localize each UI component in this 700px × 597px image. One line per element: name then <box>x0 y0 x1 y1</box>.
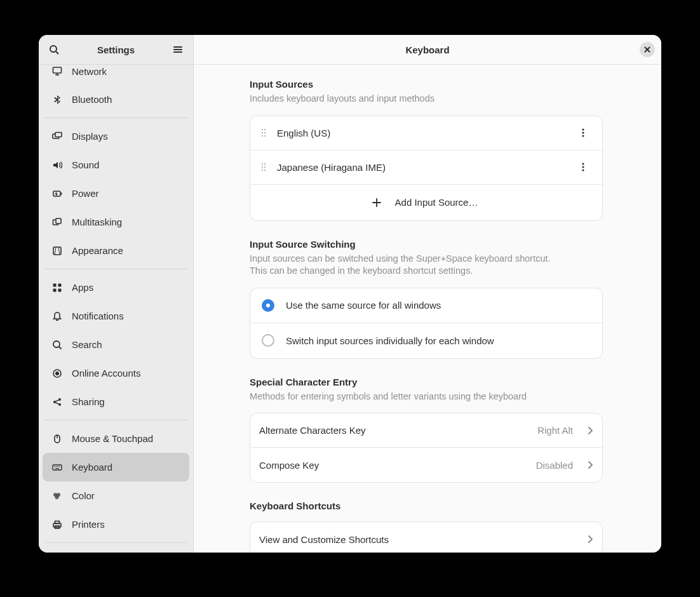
sidebar-item-label: Sharing <box>72 396 105 407</box>
sidebar-separator <box>44 269 188 269</box>
sidebar-item-displays[interactable]: Displays <box>39 122 193 151</box>
radio-button[interactable] <box>262 299 274 312</box>
svg-rect-17 <box>53 288 57 292</box>
section-switching: Input Source Switching Input sources can… <box>250 239 603 359</box>
input-source-row[interactable]: English (US) <box>250 116 602 151</box>
sidebar-item-multitasking[interactable]: Multitasking <box>39 208 193 236</box>
sidebar-header: Settings <box>39 35 193 65</box>
row-menu-button[interactable] <box>575 162 591 172</box>
svg-point-46 <box>262 132 263 133</box>
sidebar-item-bluetooth[interactable]: Bluetooth <box>39 85 193 114</box>
sidebar-item-label: Keyboard <box>72 462 112 473</box>
sidebar-item-label: Online Accounts <box>72 368 140 379</box>
bluetooth-icon <box>51 95 63 105</box>
svg-point-51 <box>582 131 584 133</box>
monitor-icon <box>51 66 63 76</box>
switching-option-per-window[interactable]: Switch input sources individually for ea… <box>250 323 602 358</box>
sidebar-item-appearance[interactable]: Appearance <box>39 236 193 265</box>
add-input-source-button[interactable]: Add Input Source… <box>250 185 602 220</box>
radio-button[interactable] <box>262 334 274 347</box>
svg-rect-30 <box>53 465 62 470</box>
section-subtitle: Includes keyboard layouts and input meth… <box>250 93 603 105</box>
svg-point-34 <box>59 466 60 467</box>
svg-point-22 <box>56 372 58 374</box>
section-title: Special Character Entry <box>250 377 603 387</box>
svg-point-61 <box>582 169 584 171</box>
section-shortcuts: Keyboard Shortcuts View and Customize Sh… <box>250 500 603 553</box>
svg-point-56 <box>264 166 266 168</box>
input-source-row[interactable]: Japanese (Hiragana IME) <box>250 151 602 185</box>
main-panel: Keyboard Input Sources Includes keyboard… <box>194 35 661 553</box>
view-shortcuts-row[interactable]: View and Customize Shortcuts <box>250 522 602 553</box>
svg-point-57 <box>262 170 263 171</box>
plus-icon <box>372 198 381 207</box>
search-icon <box>51 340 63 350</box>
row-value: Right Alt <box>537 425 573 436</box>
svg-point-47 <box>264 132 266 133</box>
kebab-icon <box>582 162 584 172</box>
drag-handle-icon[interactable] <box>259 128 268 138</box>
sidebar-item-power[interactable]: Power <box>39 179 193 208</box>
special-entry-list: Alternate Characters Key Right Alt Compo… <box>250 413 603 483</box>
switching-option-same[interactable]: Use the same source for all windows <box>250 288 602 323</box>
hamburger-icon[interactable] <box>170 42 185 57</box>
sidebar-item-online-accounts[interactable]: Online Accounts <box>39 359 193 387</box>
printers-icon <box>51 520 63 530</box>
svg-point-60 <box>582 166 584 168</box>
svg-point-38 <box>55 495 59 499</box>
section-subtitle: Methods for entering symbols and letter … <box>250 391 603 403</box>
chevron-right-icon <box>586 460 595 469</box>
radio-label: Switch input sources individually for ea… <box>286 335 591 346</box>
search-icon[interactable] <box>46 42 62 57</box>
sidebar-item-mouse[interactable]: Mouse & Touchpad <box>39 424 193 453</box>
svg-point-49 <box>264 135 266 137</box>
sidebar-item-label: Apps <box>72 282 93 293</box>
chevron-right-icon <box>586 535 595 544</box>
input-sources-list: English (US) Japanese (Hiragana IME) <box>250 116 603 221</box>
svg-line-1 <box>56 51 58 54</box>
sidebar-item-color[interactable]: Color <box>39 481 193 510</box>
appearance-icon <box>51 246 63 256</box>
sidebar-item-notifications[interactable]: Notifications <box>39 302 193 330</box>
sidebar-item-label: Sound <box>72 159 99 170</box>
row-menu-button[interactable] <box>575 128 591 138</box>
sidebar-item-label: Displays <box>72 131 108 142</box>
svg-rect-13 <box>56 218 61 224</box>
row-label: Alternate Characters Key <box>259 425 528 436</box>
sidebar-separator <box>44 420 188 420</box>
section-subtitle-line: Input sources can be switched using the … <box>250 253 551 264</box>
content-scroll: Input Sources Includes keyboard layouts … <box>194 65 661 553</box>
sidebar-item-sharing[interactable]: Sharing <box>39 387 193 416</box>
sidebar-item-label: Color <box>72 490 95 501</box>
sidebar-item-label: Printers <box>72 519 105 530</box>
page-title: Keyboard <box>405 44 449 55</box>
section-title: Input Source Switching <box>250 239 603 250</box>
svg-point-52 <box>582 135 584 137</box>
online-accounts-icon <box>51 368 63 379</box>
sidebar-item-apps[interactable]: Apps <box>39 273 193 302</box>
row-label: Compose Key <box>259 460 527 471</box>
compose-key-row[interactable]: Compose Key Disabled <box>250 448 602 482</box>
svg-point-54 <box>264 163 266 164</box>
sidebar-item-search[interactable]: Search <box>39 330 193 359</box>
section-input-sources: Input Sources Includes keyboard layouts … <box>250 79 603 221</box>
sidebar-item-network[interactable]: Network <box>39 65 193 85</box>
svg-rect-9 <box>55 132 62 137</box>
sidebar-item-label: Bluetooth <box>72 94 112 105</box>
alternate-characters-row[interactable]: Alternate Characters Key Right Alt <box>250 413 602 448</box>
sidebar-item-keyboard[interactable]: Keyboard <box>43 453 189 481</box>
power-icon <box>51 189 63 199</box>
close-button[interactable] <box>640 42 655 57</box>
drag-handle-icon[interactable] <box>259 162 268 172</box>
close-icon <box>644 46 650 53</box>
sidebar-item-printers[interactable]: Printers <box>39 510 193 539</box>
svg-point-45 <box>264 129 266 130</box>
svg-point-55 <box>262 166 263 168</box>
sidebar-item-sound[interactable]: Sound <box>39 151 193 179</box>
svg-rect-15 <box>53 283 57 286</box>
sidebar-list: Network Bluetooth Displays Sound <box>39 65 193 553</box>
sidebar-item-label: Notifications <box>72 311 124 321</box>
add-input-source-label: Add Input Source… <box>395 197 478 208</box>
section-title: Keyboard Shortcuts <box>250 500 603 511</box>
multitasking-icon <box>51 217 63 227</box>
